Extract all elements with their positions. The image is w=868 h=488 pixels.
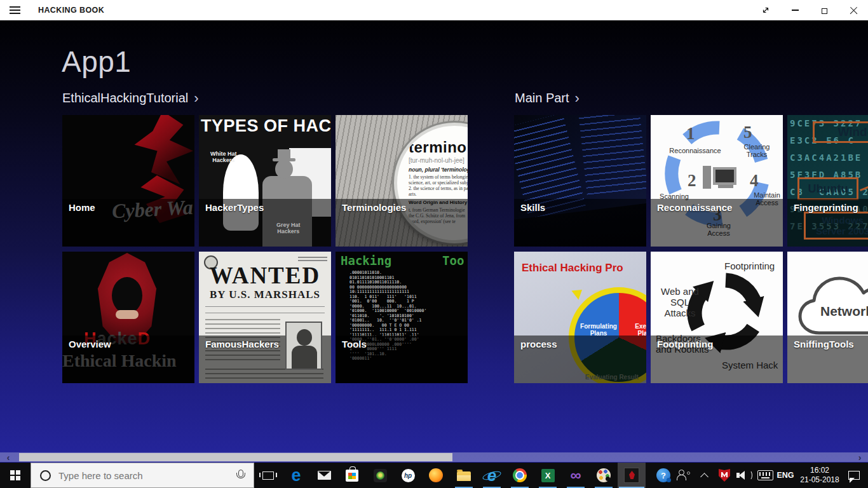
definition-text: 1. the system of terms belonging science… xyxy=(409,174,468,197)
taskbar-mail[interactable] xyxy=(310,463,338,488)
dictionary-headword: termino xyxy=(409,139,468,156)
taskbar-edge[interactable]: e xyxy=(282,463,310,488)
pronunciation: [tur-muh-nol-uh-jee] xyxy=(409,157,468,164)
taskbar-internet-explorer[interactable]: e xyxy=(478,463,506,488)
scroll-right-arrow[interactable]: › xyxy=(851,452,868,462)
chevron-right-icon: › xyxy=(194,93,198,104)
tile-skills[interactable]: Skills xyxy=(514,115,646,247)
taskbar-chrome[interactable] xyxy=(506,463,534,488)
chrome-icon xyxy=(513,468,527,482)
hacking-text: Hacking xyxy=(341,254,391,268)
tile-label: Skills xyxy=(520,202,545,213)
tile-fingerprinting[interactable]: 9CE73 3227 7B13 E3C2 E6 C C3AC4A21BE E7 … xyxy=(787,115,868,247)
hamburger-menu-button[interactable] xyxy=(0,0,29,20)
tile-process[interactable]: Ethical Hacking Pro Formulating Plans Ex… xyxy=(514,252,646,383)
network-cloud-graphic xyxy=(792,262,868,344)
white-hat-caption: White Hat Hackers xyxy=(210,151,237,163)
tray-mcafee[interactable] xyxy=(714,463,735,488)
os-box-windows: Windows xyxy=(813,121,868,143)
minimize-icon xyxy=(792,10,799,10)
footprinting-caption: Footprinting xyxy=(724,261,775,271)
taskbar-paint[interactable] xyxy=(590,463,618,488)
help-icon: ? xyxy=(656,468,670,482)
tray-volume[interactable] xyxy=(735,463,755,488)
tile-label: Home xyxy=(69,202,95,213)
top-hat-graphic xyxy=(273,158,295,161)
mugshot-photo xyxy=(285,322,322,370)
hp-icon: hp xyxy=(402,469,415,482)
titlebar: HACKING BOOK xyxy=(0,0,868,20)
wanted-title: WANTED xyxy=(199,262,331,289)
minimize-button[interactable] xyxy=(780,0,810,20)
close-button[interactable] xyxy=(839,0,868,20)
taskbar-visual-studio[interactable]: ∞ xyxy=(562,463,590,488)
media-app-icon xyxy=(374,469,387,482)
restore-button[interactable] xyxy=(810,0,839,20)
start-button[interactable] xyxy=(0,463,31,488)
tile-reconnaissance[interactable]: 1 Reconnaissance 5 Clearing Tracks 2 Sca… xyxy=(651,115,783,247)
taskbar-file-explorer[interactable] xyxy=(450,463,478,488)
visual-studio-icon: ∞ xyxy=(570,468,581,482)
phase-name: Clearing Tracks xyxy=(735,143,779,158)
dark-face-graphic xyxy=(112,277,142,314)
scrollbar-thumb[interactable] xyxy=(19,453,452,461)
tile-sniffingtools[interactable]: Network SniffingTools xyxy=(787,252,868,383)
ethical-hacking-process-title: Ethical Hacking Pro xyxy=(522,262,623,274)
tile-home[interactable]: Cyber Wa Home xyxy=(62,115,194,247)
phase-name: Reconnaissance xyxy=(660,147,731,154)
internet-explorer-icon: e xyxy=(484,467,500,484)
poster-rule xyxy=(205,306,325,307)
taskbar-store[interactable] xyxy=(338,463,366,488)
window-title: HACKING BOOK xyxy=(38,6,104,15)
app-content: App1 EthicalHackingTutorial › Main Part … xyxy=(0,20,868,463)
tray-help[interactable]: ? xyxy=(653,463,674,488)
mcafee-shield-icon xyxy=(719,469,730,482)
taskbar-hacking-book-app[interactable] xyxy=(618,463,646,488)
task-view-icon xyxy=(262,471,274,480)
tile-tools[interactable]: Hacking Too .00001011010. 01011010101000… xyxy=(336,252,468,383)
microphone-icon[interactable] xyxy=(236,470,245,481)
firefox-icon xyxy=(429,468,443,482)
tile-label: HackerTypes xyxy=(205,202,264,213)
hacking-book-app-icon xyxy=(624,468,639,483)
tile-footprinting[interactable]: Footprinting Web and SQL Attacks Backdoo… xyxy=(651,252,783,383)
system-tray: ? ENG 16:02 21-05-2018 xyxy=(653,463,868,488)
taskbar-excel[interactable]: X xyxy=(534,463,562,488)
scroll-left-arrow[interactable]: ‹ xyxy=(0,452,17,462)
fullscreen-button[interactable] xyxy=(751,0,780,20)
taskbar-search[interactable] xyxy=(31,463,254,488)
tray-touch-keyboard[interactable] xyxy=(755,463,775,488)
tray-clock[interactable]: 16:02 21-05-2018 xyxy=(796,466,844,485)
volume-icon xyxy=(736,470,753,481)
tile-famoushackers[interactable]: WANTED BY U.S. MARSHALS FamousHackers xyxy=(199,252,331,383)
tile-overview[interactable]: HackeD Ethical Hackin Overview xyxy=(62,252,194,383)
tray-language[interactable]: ENG xyxy=(775,463,796,488)
hands-graphic xyxy=(116,310,139,319)
action-center-icon xyxy=(848,471,860,480)
taskbar-hp[interactable]: hp xyxy=(394,463,422,488)
horizontal-scrollbar[interactable]: ‹ › xyxy=(0,452,868,462)
mail-icon xyxy=(318,471,331,480)
grey-hat-silhouette xyxy=(275,159,293,179)
tile-label: SniffingTools xyxy=(794,339,854,349)
group-header-main-part[interactable]: Main Part › xyxy=(515,91,580,105)
tile-label: Fingerprinting xyxy=(794,202,858,213)
language-label: ENG xyxy=(776,471,794,480)
tray-show-hidden-icons[interactable] xyxy=(694,463,714,488)
store-icon xyxy=(346,470,358,482)
group-header-ethicalhackingtutorial[interactable]: EthicalHackingTutorial › xyxy=(62,91,199,105)
keyboard-icon xyxy=(757,470,773,480)
code-lines-graphic xyxy=(579,115,646,195)
search-input[interactable] xyxy=(58,470,236,481)
poster-rule xyxy=(205,313,325,313)
people-icon xyxy=(677,470,691,481)
taskbar-firefox[interactable] xyxy=(422,463,450,488)
window-controls xyxy=(751,0,868,20)
task-view-button[interactable] xyxy=(254,463,282,488)
web-sql-attacks-caption: Web and SQL Attacks xyxy=(654,286,705,318)
tray-action-center[interactable] xyxy=(844,463,864,488)
tile-terminologies[interactable]: termino [tur-muh-nol-uh-jee] noun, plura… xyxy=(336,115,468,247)
tile-hackertypes[interactable]: TYPES OF HACK White Hat Hackers Grey Hat… xyxy=(199,115,331,247)
tray-people[interactable] xyxy=(674,463,694,488)
taskbar-media-app[interactable] xyxy=(366,463,394,488)
